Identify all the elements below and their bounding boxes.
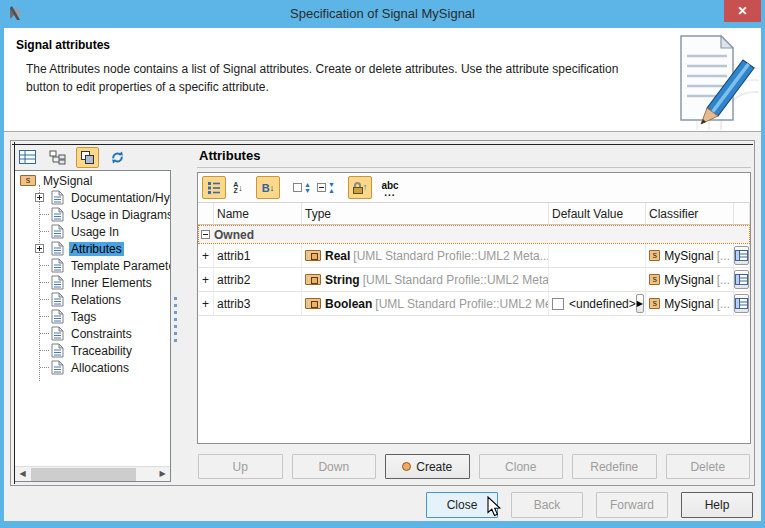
expand-plus-icon[interactable] [35, 244, 44, 253]
properties-view-icon[interactable] [16, 147, 39, 168]
tree-item-label: Constraints [69, 327, 134, 341]
tree-item-mysignal[interactable]: s MySignal [15, 172, 170, 189]
column-header-name[interactable]: Name [214, 203, 302, 225]
specification-dialog: Specification of Signal MySignal ✕ Signa… [0, 0, 765, 528]
row-expand-cell[interactable]: + [198, 292, 214, 316]
value-dropdown-button[interactable]: ▶ [636, 294, 644, 313]
tree-stub [40, 231, 49, 232]
tree-item-traceability[interactable]: Traceability [15, 342, 170, 359]
tree-stub [40, 214, 49, 215]
tree-item-documentation[interactable]: Documentation/Hyperlin [15, 189, 170, 206]
signal-icon: s [649, 274, 660, 285]
delete-button[interactable]: Delete [666, 454, 751, 479]
tree-item-tags[interactable]: Tags [15, 308, 170, 325]
sort-alphabetically-icon[interactable]: A Z ↓ [226, 176, 250, 199]
datatype-icon [305, 298, 321, 309]
column-header-expand[interactable] [198, 203, 214, 225]
type-cell[interactable]: String [UML Standard Profile::UML2 Meta.… [302, 268, 549, 292]
forward-button[interactable]: Forward [596, 492, 668, 518]
node-doc-icon [51, 292, 64, 307]
expand-plus-icon[interactable] [35, 193, 44, 202]
tree-item-inner-elements[interactable]: Inner Elements [15, 274, 170, 291]
default-value-cell[interactable] [549, 268, 646, 292]
name-cell[interactable]: attrib1 [214, 244, 302, 268]
signal-icon: s [649, 298, 660, 309]
tree-item-relations[interactable]: Relations [15, 291, 170, 308]
tree-item-attributes[interactable]: Attributes [15, 240, 170, 257]
clone-button[interactable]: Clone [479, 454, 564, 479]
lock-order-icon[interactable]: ↑ [348, 176, 372, 199]
up-button[interactable]: Up [198, 454, 283, 479]
type-cell[interactable]: Boolean [UML Standard Profile::UML2 Me..… [302, 292, 549, 316]
main-container: s MySignal Documentation/Hyperlin Usage … [10, 140, 755, 486]
datatype-icon [305, 250, 321, 261]
tree-item-template-parameters[interactable]: Template Parameters [15, 257, 170, 274]
redefine-button[interactable]: Redefine [572, 454, 657, 479]
collapse-all-icon[interactable]: ▼ ▲ [314, 176, 338, 199]
refresh-icon[interactable] [106, 147, 129, 168]
tree-stub [40, 367, 49, 368]
scroll-left-icon[interactable]: ◀ [15, 467, 30, 481]
tree-stub [40, 299, 49, 300]
show-columns-icon[interactable] [202, 176, 226, 199]
row-expand-cell[interactable]: + [198, 268, 214, 292]
boolean-checkbox[interactable] [552, 298, 564, 310]
group-row-owned[interactable]: Owned [198, 225, 750, 244]
create-button[interactable]: Create [385, 454, 470, 479]
stacked-view-icon[interactable] [76, 147, 99, 168]
tree-item-label: Tags [69, 310, 98, 324]
table-empty-area [198, 316, 750, 424]
tree-item-allocations[interactable]: Allocations [15, 359, 170, 376]
tree-item-label-selected: Attributes [69, 242, 124, 256]
node-doc-icon [51, 343, 64, 358]
expand-all-icon[interactable]: ▲ ▼ [290, 176, 314, 199]
scroll-right-icon[interactable]: ▶ [155, 467, 170, 481]
close-window-button[interactable]: ✕ [724, 0, 761, 22]
header-title: Signal attributes [16, 38, 761, 52]
open-specification-button[interactable] [734, 270, 749, 289]
attributes-panel: A Z ↓ B ↓ ▲ ▼ [197, 172, 751, 444]
down-button[interactable]: Down [292, 454, 377, 479]
default-value-cell[interactable] [549, 244, 646, 268]
name-cell[interactable]: attrib3 [214, 292, 302, 316]
column-header-classifier[interactable]: Classifier [646, 203, 734, 225]
window-title: Specification of Signal MySignal [0, 6, 765, 21]
column-header-spec[interactable] [734, 203, 750, 225]
header-panel: Signal attributes The Attributes node co… [4, 28, 761, 132]
row-expand-cell[interactable]: + [198, 244, 214, 268]
attributes-column: Attributes A Z ↓ [185, 144, 751, 482]
node-doc-icon [51, 309, 64, 324]
tree-item-usage-in-diagrams[interactable]: Usage in Diagrams [15, 206, 170, 223]
signal-icon: s [20, 175, 36, 186]
sort-by-type-icon[interactable]: B ↓ [256, 176, 280, 199]
scrollbar-thumb[interactable] [31, 468, 136, 481]
classifier-cell[interactable]: s MySignal [... [646, 244, 734, 268]
tree-toolbar [14, 144, 171, 170]
type-cell[interactable]: Real [UML Standard Profile::UML2 Meta... [302, 244, 549, 268]
tree-item-label: Documentation/Hyperlin [69, 191, 171, 205]
column-header-type[interactable]: Type [302, 203, 549, 225]
splitter-handle[interactable] [174, 297, 177, 343]
column-header-default-value[interactable]: Default Value [549, 203, 646, 225]
help-button[interactable]: Help [681, 492, 753, 518]
edit-names-icon[interactable]: abc ... [378, 176, 402, 199]
node-doc-icon [51, 241, 64, 256]
open-specification-button[interactable] [734, 294, 749, 313]
attributes-toolbar: A Z ↓ B ↓ ▲ ▼ [198, 173, 750, 203]
collapse-minus-icon[interactable] [201, 230, 210, 239]
dialog-buttons: Close Back Forward Help [426, 492, 753, 518]
back-button[interactable]: Back [511, 492, 583, 518]
containment-tree-icon[interactable] [46, 147, 69, 168]
tree-item-label: Inner Elements [69, 276, 154, 290]
default-value-text: <undefined> [569, 297, 636, 311]
tree-item-usage-in[interactable]: Usage In [15, 223, 170, 240]
tree-horizontal-scrollbar[interactable]: ◀ ▶ [15, 466, 170, 481]
tree-item-constraints[interactable]: Constraints [15, 325, 170, 342]
classifier-cell[interactable]: s MySignal [... [646, 268, 734, 292]
classifier-cell[interactable]: s MySignal [... [646, 292, 734, 316]
attribute-action-buttons: Up Down Create Clone Redefine Delete [197, 450, 751, 481]
default-value-cell[interactable]: <undefined> ▶ [549, 292, 646, 316]
name-cell[interactable]: attrib2 [214, 268, 302, 292]
panel-splitter[interactable] [171, 144, 185, 482]
open-specification-button[interactable] [734, 246, 749, 265]
